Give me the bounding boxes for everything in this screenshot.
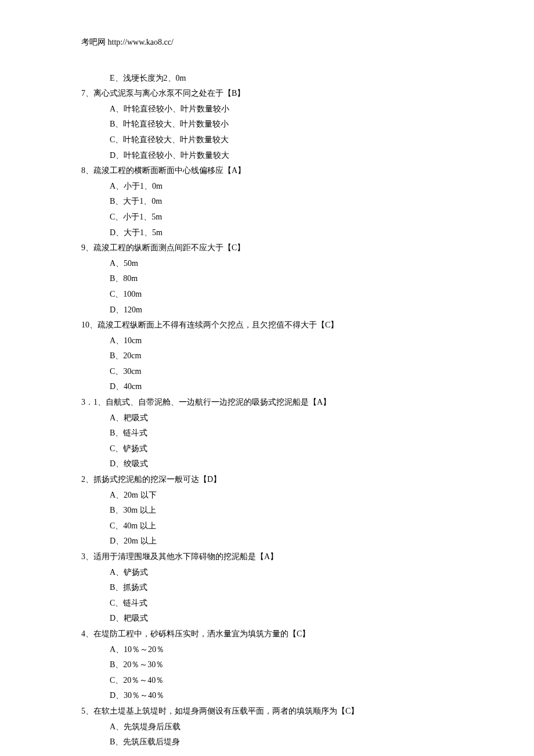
answer-option: D、20m 以上 bbox=[81, 534, 453, 549]
answer-option: C、链斗式 bbox=[81, 596, 453, 611]
answer-option: D、叶轮直径较小、叶片数量较大 bbox=[81, 148, 453, 164]
answer-option: C、40m 以上 bbox=[81, 519, 453, 534]
question-text: 4、在堤防工程中，砂砾料压实时，洒水量宜为填筑方量的【C】 bbox=[81, 627, 453, 642]
answer-option: B、20cm bbox=[81, 348, 453, 364]
answer-option: A、50m bbox=[81, 256, 453, 272]
answer-option: C、叶轮直径较大、叶片数量较大 bbox=[81, 132, 453, 148]
answer-option: B、先筑压载后堤身 bbox=[81, 735, 453, 750]
question-text: 3．1、自航式、自带泥舱、一边航行一边挖泥的吸扬式挖泥船是【A】 bbox=[81, 395, 453, 411]
question-text: 7、离心式泥泵与离心水泵不同之处在于【B】 bbox=[81, 86, 453, 102]
answer-option: D、耙吸式 bbox=[81, 611, 453, 627]
answer-option: A、10％～20％ bbox=[81, 642, 453, 658]
answer-option: D、大于1、5m bbox=[81, 225, 453, 241]
question-text: 10、疏浚工程纵断面上不得有连续两个欠挖点，且欠挖值不得大于【C】 bbox=[81, 318, 453, 333]
answer-option: A、10cm bbox=[81, 333, 453, 349]
answer-option: C、小于1、5m bbox=[81, 210, 453, 225]
answer-option: A、铲扬式 bbox=[81, 565, 453, 581]
answer-option: C、100m bbox=[81, 287, 453, 303]
answer-option: B、链斗式 bbox=[81, 426, 453, 441]
answer-option: A、20m 以下 bbox=[81, 488, 453, 503]
answer-option: A、小于1、0m bbox=[81, 179, 453, 195]
question-text: 8、疏浚工程的横断面断面中心线偏移应【A】 bbox=[81, 163, 453, 179]
answer-option: A、叶轮直径较小、叶片数量较小 bbox=[81, 102, 453, 117]
answer-option: B、叶轮直径较大、叶片数量较小 bbox=[81, 117, 453, 132]
answer-option: B、抓扬式 bbox=[81, 580, 453, 596]
answer-option: C、铲扬式 bbox=[81, 441, 453, 457]
answer-option: C、30cm bbox=[81, 364, 453, 380]
answer-option: B、30m 以上 bbox=[81, 503, 453, 519]
answer-option: B、20％～30％ bbox=[81, 657, 453, 673]
question-text: 9、疏浚工程的纵断面测点间距不应大于【C】 bbox=[81, 240, 453, 256]
page-header: 考吧网 http://www.kao8.cc/ bbox=[81, 35, 453, 51]
answer-option: C、20％～40％ bbox=[81, 673, 453, 689]
answer-option: D、40cm bbox=[81, 379, 453, 395]
question-text: 2、抓扬式挖泥船的挖深一般可达【D】 bbox=[81, 472, 453, 488]
answer-option: D、绞吸式 bbox=[81, 456, 453, 472]
question-text: 5、在软土堤基上筑堤时，如堤身两侧设有压载平面，两者的填筑顺序为【C】 bbox=[81, 704, 453, 719]
answer-option: E、浅埂长度为2、0m bbox=[81, 71, 453, 87]
answer-option: D、120m bbox=[81, 303, 453, 318]
answer-option: A、耙吸式 bbox=[81, 411, 453, 426]
answer-option: B、80m bbox=[81, 271, 453, 287]
answer-option: A、先筑堤身后压载 bbox=[81, 719, 453, 735]
answer-option: B、大于1、0m bbox=[81, 194, 453, 210]
question-text: 3、适用于清理围堰及其他水下障碍物的挖泥船是【A】 bbox=[81, 549, 453, 565]
answer-option: D、30％～40％ bbox=[81, 688, 453, 704]
document-content: E、浅埂长度为2、0m7、离心式泥泵与离心水泵不同之处在于【B】A、叶轮直径较小… bbox=[81, 71, 453, 750]
